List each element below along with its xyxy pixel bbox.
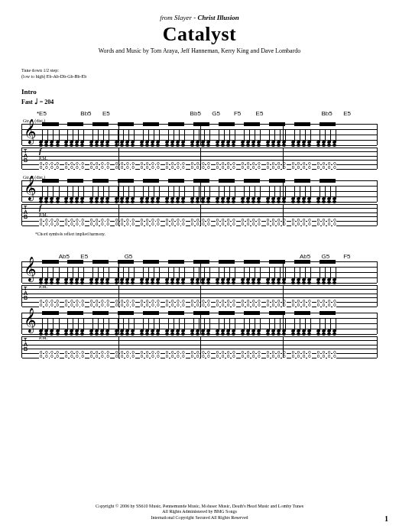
tab-staff: T A B 0000000000000000000000000000000000… — [21, 336, 378, 358]
tab-label: T A B — [24, 206, 28, 220]
chord-symbol — [277, 110, 300, 117]
chord-symbol: *E5 — [37, 110, 59, 117]
chord-symbol — [146, 253, 168, 260]
chord-row-2: Ab5E5G5Ab5G5F5 — [21, 253, 378, 260]
treble-clef-icon: 𝄞 — [24, 258, 37, 280]
treble-clef-icon: 𝄞 — [24, 177, 37, 199]
chord-symbol — [59, 110, 81, 117]
chord-symbol: E5 — [102, 110, 125, 117]
chord-symbol: Bb5 — [190, 110, 212, 117]
footnote: *Chord symbols reflect implied harmony. — [21, 232, 378, 236]
tempo-prefix: Fast — [21, 99, 33, 105]
chord-symbol — [190, 253, 212, 260]
treble-clef-icon: 𝄞 — [24, 121, 37, 142]
chord-symbol: G5 — [322, 253, 344, 260]
gtr2-group-2: 𝄞 P.M. T A B 000000000000000000000000000… — [21, 313, 378, 358]
gtr1-group: Gtr. 1 (dist.) 𝄞 f P.M. T A B 0000000000… — [21, 118, 378, 169]
chord-symbol — [256, 253, 278, 260]
tab-label: T A B — [24, 338, 28, 352]
tab-staff: T A B 0000000000000000000000000000000000… — [21, 285, 378, 307]
notation-staff: 𝄞 f P.M. — [21, 124, 378, 145]
chord-symbol: E5 — [80, 253, 102, 260]
source-prefix: from — [160, 14, 173, 21]
tuning-line2: (low to high) Eb-Ab-Db-Gb-Bb-Eb — [21, 74, 378, 80]
chord-symbol — [168, 253, 190, 260]
chord-row-1: *E5Bb5E5Bb5G5F5E5Bb5E5 — [21, 110, 378, 117]
page-number: 1 — [384, 514, 388, 523]
notation-staff: 𝄞 f P.M. — [21, 180, 378, 202]
album-name: Christ Illusion — [198, 14, 239, 21]
tab-staff: T A B 0000000000000000000000000000000000… — [21, 148, 378, 169]
chord-symbol — [168, 110, 190, 117]
tuning-line1: Tune down 1/2 step: — [21, 68, 378, 74]
chord-symbol: G5 — [212, 110, 234, 117]
chord-symbol — [37, 253, 59, 260]
header: from Slayer - Christ Illusion Catalyst W… — [21, 14, 378, 54]
quarter-note-icon: ♩ — [34, 97, 38, 105]
tab-label: T A B — [24, 287, 28, 301]
source-line: from Slayer - Christ Illusion — [21, 14, 378, 21]
chord-symbol — [277, 253, 300, 260]
tuning-block: Tune down 1/2 step: (low to high) Eb-Ab-… — [21, 68, 378, 80]
chord-symbol — [125, 110, 147, 117]
chord-symbol: E5 — [256, 110, 278, 117]
gtr1-group-2: 𝄞 P.M. T A B 000000000000000000000000000… — [21, 261, 378, 307]
artist-name: Slayer — [174, 14, 192, 21]
credits: Words and Music by Tom Araya, Jeff Hanne… — [21, 47, 378, 54]
gtr2-group: Gtr. 2 (dist.) 𝄞 f P.M. T A B 0000000000… — [21, 175, 378, 225]
copyright-line3: International Copyright Secured All Righ… — [21, 515, 378, 521]
copyright-line1: Copyright © 2006 by SS610 Music, Pennemu… — [21, 504, 378, 510]
section-label: Intro — [21, 88, 378, 96]
tab-staff: T A B 0000000000000000000000000000000000… — [21, 204, 378, 225]
copyright-line2: All Rights Administered by BMG Songs — [21, 509, 378, 515]
chord-symbol: E5 — [343, 110, 365, 117]
song-title: Catalyst — [21, 23, 378, 46]
chord-symbol: Ab5 — [300, 253, 322, 260]
tempo-value: = 204 — [40, 99, 54, 105]
chord-symbol — [146, 110, 168, 117]
copyright-block: Copyright © 2006 by SS610 Music, Pennemu… — [21, 504, 378, 521]
tab-label: T A B — [24, 149, 28, 164]
chord-symbol — [212, 253, 234, 260]
notation-staff: 𝄞 P.M. — [21, 313, 378, 334]
chord-symbol: F5 — [343, 253, 365, 260]
chord-symbol — [102, 253, 125, 260]
notation-staff: 𝄞 P.M. — [21, 261, 378, 283]
tempo-marking: Fast ♩ = 204 — [21, 97, 378, 105]
chord-symbol — [234, 253, 256, 260]
treble-clef-icon: 𝄞 — [24, 310, 37, 331]
chord-symbol: F5 — [234, 110, 256, 117]
system-1: *E5Bb5E5Bb5G5F5E5Bb5E5 Gtr. 1 (dist.) 𝄞 … — [21, 110, 378, 236]
chord-symbol: Bb5 — [322, 110, 344, 117]
chord-symbol — [300, 110, 322, 117]
chord-symbol: Bb5 — [80, 110, 102, 117]
chord-symbol: G5 — [125, 253, 147, 260]
chord-symbol: Ab5 — [59, 253, 81, 260]
system-2: Ab5E5G5Ab5G5F5 𝄞 P.M. T A B 000000000000… — [21, 253, 378, 358]
